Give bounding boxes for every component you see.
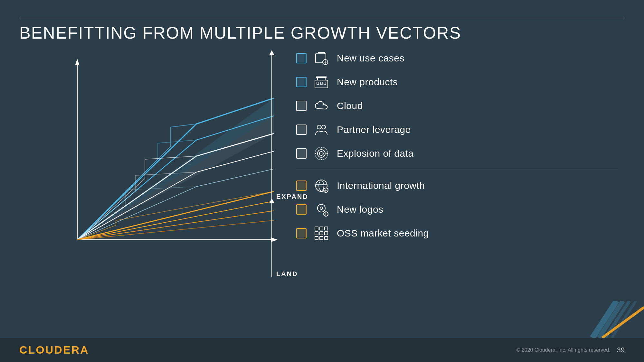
label-cloud: Cloud xyxy=(337,100,363,111)
checkbox-explosion-of-data xyxy=(296,148,307,159)
cloudera-logo: CLOUDERA xyxy=(19,344,89,356)
legend-item-new-products: New products xyxy=(296,74,618,90)
icon-oss-market-seeding xyxy=(313,225,330,242)
label-international-growth: International growth xyxy=(337,180,425,191)
icon-new-logos xyxy=(313,201,330,218)
label-partner-leverage: Partner leverage xyxy=(337,124,411,135)
svg-marker-3 xyxy=(271,237,278,242)
svg-point-18 xyxy=(317,125,321,129)
slide: BENEFITTING FROM MULTIPLE GROWTH VECTORS xyxy=(0,0,644,362)
checkbox-new-logos xyxy=(296,204,307,215)
checkbox-cloud xyxy=(296,101,307,111)
legend-divider xyxy=(296,169,618,169)
icon-international-growth xyxy=(313,177,330,194)
svg-rect-37 xyxy=(320,227,323,230)
label-explosion-of-data: Explosion of data xyxy=(337,148,414,159)
checkbox-oss-market-seeding xyxy=(296,228,307,238)
svg-rect-11 xyxy=(317,82,319,85)
svg-point-32 xyxy=(320,207,323,209)
label-new-logos: New logos xyxy=(337,204,384,215)
checkbox-international-growth xyxy=(296,181,307,191)
legend-item-new-use-cases: New use cases xyxy=(296,50,618,67)
footer-right: © 2020 Cloudera, Inc. All rights reserve… xyxy=(516,346,625,354)
svg-rect-39 xyxy=(315,232,318,235)
svg-rect-44 xyxy=(325,237,328,240)
svg-point-19 xyxy=(322,125,326,129)
icon-cloud xyxy=(313,97,330,114)
legend-item-oss-market-seeding: OSS market seeding xyxy=(296,225,618,242)
svg-marker-4 xyxy=(77,98,274,240)
deco-lines xyxy=(580,301,644,338)
svg-rect-41 xyxy=(325,232,328,235)
footer: CLOUDERA © 2020 Cloudera, Inc. All right… xyxy=(0,338,644,362)
svg-rect-36 xyxy=(315,227,318,230)
checkbox-new-products xyxy=(296,77,307,87)
svg-rect-12 xyxy=(320,82,322,85)
svg-rect-40 xyxy=(320,232,323,235)
svg-marker-1 xyxy=(75,59,80,65)
copyright-text: © 2020 Cloudera, Inc. All rights reserve… xyxy=(516,347,611,353)
checkbox-partner-leverage xyxy=(296,125,307,135)
label-oss-market-seeding: OSS market seeding xyxy=(337,228,429,239)
page-title: BENEFITTING FROM MULTIPLE GROWTH VECTORS xyxy=(19,23,461,42)
page-number: 39 xyxy=(617,346,625,354)
legend-item-cloud: Cloud xyxy=(296,97,618,114)
icon-new-products xyxy=(313,74,330,90)
legend-area: New use cases New products xyxy=(296,47,618,265)
top-border xyxy=(19,18,625,18)
land-label: LAND xyxy=(276,270,298,278)
icon-new-use-cases xyxy=(313,50,330,67)
svg-rect-38 xyxy=(325,227,328,230)
legend-item-international-growth: International growth xyxy=(296,177,618,194)
legend-item-new-logos: New logos xyxy=(296,201,618,218)
label-new-use-cases: New use cases xyxy=(337,53,404,64)
svg-marker-5 xyxy=(77,116,274,240)
svg-rect-13 xyxy=(324,82,326,85)
icon-explosion-of-data xyxy=(313,145,330,162)
svg-rect-42 xyxy=(315,237,318,240)
svg-point-31 xyxy=(317,204,325,212)
svg-rect-43 xyxy=(320,237,323,240)
land-axis-segment xyxy=(271,203,272,274)
legend-item-partner-leverage: Partner leverage xyxy=(296,121,618,138)
checkbox-new-use-cases xyxy=(296,53,307,63)
legend-item-explosion-of-data: Explosion of data xyxy=(296,145,618,162)
chart-area xyxy=(19,53,283,253)
growth-chart xyxy=(19,53,283,253)
icon-partner-leverage xyxy=(313,121,330,138)
svg-point-20 xyxy=(319,152,323,155)
label-new-products: New products xyxy=(337,77,398,88)
